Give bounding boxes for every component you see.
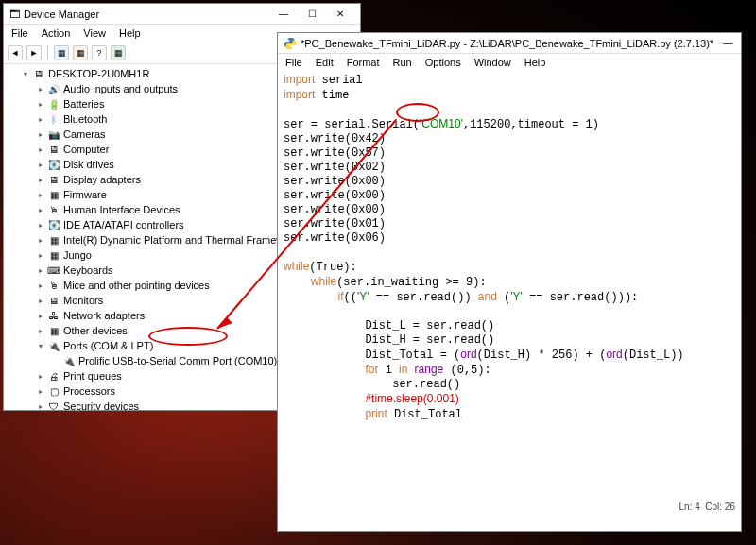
computer-icon: 🖥 (32, 68, 45, 79)
code-content[interactable]: import serial import time ser = serial.S… (278, 71, 741, 424)
status-line: Ln: 4 (679, 502, 700, 512)
maximize-button[interactable]: ☐ (742, 34, 756, 53)
menu-run[interactable]: Run (387, 56, 418, 69)
tree-node-label: Intel(R) Dynamic Platform and Thermal Fr… (63, 234, 299, 246)
device-icon: ⌨ (47, 264, 60, 276)
title-bar[interactable]: 🗔Device Manager — ☐ ✕ (4, 4, 360, 25)
chevron-right-icon[interactable]: ▸ (36, 85, 45, 94)
chevron-right-icon[interactable]: ▸ (36, 236, 45, 245)
tree-node-label: Ports (COM & LPT) (63, 340, 153, 351)
menu-options[interactable]: Options (420, 56, 467, 69)
serial-port-icon: 🔌 (62, 355, 76, 366)
tree-node-label: Jungo (63, 249, 92, 261)
tree-root-label: DESKTOP-2U0MH1R (48, 68, 149, 79)
window-title: *PC_Benewake_TFmini_LiDAR.py - Z:\LiDAR\… (301, 38, 713, 49)
close-button[interactable]: ✕ (326, 5, 354, 24)
window-icon: 🗔 (9, 9, 20, 20)
menu-action[interactable]: Action (36, 26, 77, 40)
device-icon: ᛒ (47, 113, 60, 125)
minimize-button[interactable]: — (269, 5, 298, 24)
tree-node-label: Audio inputs and outputs (63, 83, 178, 94)
tree-node-label: Mice and other pointing devices (63, 280, 210, 291)
chevron-right-icon[interactable]: ▸ (36, 387, 45, 396)
device-icon: 📷 (47, 128, 60, 140)
toolbar-icon-3[interactable]: ? (92, 45, 107, 60)
chevron-right-icon[interactable]: ▸ (36, 221, 45, 230)
chevron-right-icon[interactable]: ▸ (36, 145, 45, 154)
device-icon: 🔋 (47, 98, 60, 110)
tree-node-label: Bluetooth (63, 113, 107, 125)
menu-edit[interactable]: Edit (310, 56, 339, 69)
device-icon: 🖱 (47, 280, 60, 291)
chevron-right-icon[interactable]: ▸ (36, 266, 45, 275)
toolbar-icon-2[interactable]: ▦ (73, 45, 88, 60)
device-icon: 🖨 (47, 370, 60, 382)
device-icon: ▦ (47, 325, 60, 336)
menu-window[interactable]: Window (469, 56, 517, 69)
device-icon: 🖱 (47, 204, 60, 215)
device-icon: 💽 (47, 219, 60, 230)
tree-node-label: Prolific USB-to-Serial Comm Port (COM10) (78, 355, 277, 366)
tree-node-label: Batteries (63, 98, 104, 110)
menu-file[interactable]: File (6, 26, 34, 40)
tree-node-label: Network adapters (63, 310, 145, 321)
chevron-right-icon[interactable]: ▸ (36, 176, 45, 184)
device-icon: 🖥 (47, 174, 60, 185)
tree-node-label: Other devices (63, 325, 128, 336)
tree-node-label: Human Interface Devices (63, 204, 180, 215)
chevron-right-icon[interactable]: ▸ (36, 115, 45, 124)
tree-node-label: Cameras (63, 128, 106, 140)
maximize-button[interactable]: ☐ (298, 5, 326, 24)
tree-node-label: Monitors (63, 295, 103, 306)
chevron-down-icon[interactable]: ▾ (36, 342, 45, 350)
chevron-right-icon[interactable]: ▸ (36, 251, 45, 260)
chevron-right-icon[interactable]: ▸ (36, 206, 45, 214)
tree-node-label: Display adapters (63, 174, 141, 185)
chevron-right-icon[interactable]: ▸ (36, 297, 45, 305)
device-icon: 💽 (47, 159, 60, 170)
toolbar-icon-4[interactable]: ▦ (111, 45, 126, 60)
tree-node-label: Disk drives (63, 159, 114, 170)
menu-help[interactable]: Help (113, 26, 146, 40)
tree-node-label: Print queues (63, 370, 122, 382)
ports-icon: 🔌 (47, 340, 60, 351)
chevron-right-icon[interactable]: ▸ (36, 402, 45, 411)
chevron-down-icon[interactable]: ▾ (21, 70, 30, 78)
python-idle-window: *PC_Benewake_TFmini_LiDAR.py - Z:\LiDAR\… (277, 32, 742, 532)
title-bar[interactable]: *PC_Benewake_TFmini_LiDAR.py - Z:\LiDAR\… (278, 33, 741, 54)
toolbar-icon-1[interactable]: ▦ (54, 45, 69, 60)
device-icon: ▢ (47, 385, 60, 397)
device-icon: 🛡 (47, 400, 60, 410)
device-icon: 🖥 (47, 144, 60, 155)
status-column: Col: 26 (705, 502, 735, 512)
back-button[interactable]: ◄ (8, 45, 23, 60)
chevron-right-icon[interactable]: ▸ (36, 327, 45, 335)
tree-node-label: Processors (63, 385, 115, 397)
chevron-right-icon[interactable]: ▸ (36, 281, 45, 290)
chevron-right-icon[interactable]: ▸ (36, 161, 45, 169)
tree-node-label: IDE ATA/ATAPI controllers (63, 219, 184, 230)
chevron-right-icon[interactable]: ▸ (36, 130, 45, 139)
forward-button[interactable]: ► (26, 45, 42, 60)
menu-help[interactable]: Help (519, 56, 552, 69)
tree-node-label: Security devices (63, 400, 139, 410)
chevron-right-icon[interactable]: ▸ (36, 312, 45, 320)
menu-view[interactable]: View (77, 26, 112, 40)
device-icon: 🔊 (47, 83, 60, 94)
chevron-right-icon[interactable]: ▸ (36, 191, 45, 199)
code-editor[interactable]: import serial import time ser = serial.S… (278, 71, 741, 514)
chevron-right-icon[interactable]: ▸ (36, 372, 45, 381)
window-title: Device Manager (24, 9, 99, 20)
chevron-right-icon[interactable]: ▸ (36, 100, 45, 109)
device-icon: ▦ (47, 249, 60, 261)
menu-format[interactable]: Format (341, 56, 386, 69)
menu-file[interactable]: File (280, 56, 308, 69)
python-icon (284, 37, 297, 50)
device-icon: 🖧 (47, 310, 60, 321)
device-icon: ▦ (47, 189, 60, 200)
device-icon: 🖥 (47, 295, 60, 306)
tree-node-label: Computer (63, 144, 109, 155)
status-bar: Ln: 4 Col: 26 (679, 499, 736, 514)
minimize-button[interactable]: — (713, 34, 742, 53)
tree-node-label: Keyboards (63, 264, 113, 276)
